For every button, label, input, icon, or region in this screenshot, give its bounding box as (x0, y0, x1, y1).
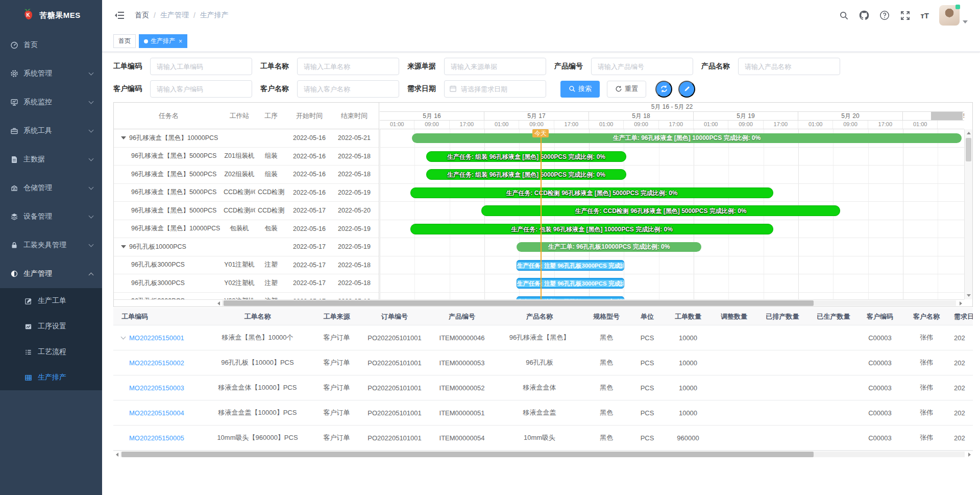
sidebar-item-label: 系统工具 (23, 126, 89, 135)
gantt-chart-area: 生产工单: 96孔移液盒 [黑色] 10000PCS 完成比例: 0%生产任务:… (380, 129, 964, 299)
edit-schedule-button[interactable] (678, 81, 695, 98)
gantt-bar-task[interactable]: 生产任务: 包装 96孔移液盒 [黑色] 10000PCS 完成比例: 0% (410, 224, 773, 234)
font-size-icon[interactable]: тT (920, 11, 929, 20)
sidebar-item-process-flow[interactable]: 工艺流程 (0, 339, 102, 365)
product-name-input[interactable] (739, 58, 840, 75)
gantt-grid-row[interactable]: 96孔移液盒【黑色】5000PCSCCD检测#01CCD检测2022-05-16… (114, 184, 379, 202)
work-order-link[interactable]: MO202205150004 (129, 409, 184, 417)
work-order-code-input[interactable] (151, 58, 252, 75)
table-cell-unit: PCS (629, 359, 665, 367)
gantt-grid-row[interactable]: 96孔移液盒【黑色】5000PCSZ02组装机组装2022-05-162022-… (114, 166, 379, 184)
gantt-grid-row[interactable]: 96孔移液盒【黑色】10000PCS2022-05-162022-05-21 (114, 129, 379, 148)
reset-button[interactable]: 重置 (607, 81, 646, 98)
fullscreen-icon[interactable] (900, 10, 910, 20)
caret-down-icon[interactable] (963, 20, 968, 23)
refresh-gantt-button[interactable] (655, 81, 672, 98)
gantt-grid-row[interactable]: 96孔移液盒【黑色】5000PCSCCD检测#02CCD检测2022-05-17… (114, 202, 379, 220)
tab-home[interactable]: 首页 (113, 34, 136, 48)
sidebar-item-home[interactable]: 首页 (0, 31, 102, 59)
table-horizontal-scrollbar[interactable] (113, 451, 973, 458)
breadcrumb-item[interactable]: 首页 (135, 11, 149, 20)
close-icon[interactable]: × (179, 38, 182, 45)
gantt-grid-row[interactable]: 96孔孔板10000PCS2022-05-172022-05-19 (114, 238, 379, 256)
help-icon[interactable] (879, 10, 890, 20)
scroll-up-icon[interactable] (965, 129, 972, 137)
table-row[interactable]: MO202205150003移液盒盒体【10000】PCS客户订单PO20220… (113, 375, 973, 400)
sidebar-item-monitor[interactable]: 系统监控 (0, 88, 102, 116)
gantt-grid-row[interactable]: 96孔孔板3000PCSY01注塑机注塑2022-05-172022-05-18 (114, 256, 379, 275)
table-cell-code: MO202205150002 (113, 359, 203, 367)
gantt-grid-row[interactable]: 96孔孔板3000PCSY02注塑机注塑2022-05-172022-05-18 (114, 274, 379, 293)
search-button[interactable]: 搜索 (560, 81, 600, 98)
filter-group-product-name: 产品名称 (701, 58, 840, 75)
user-menu[interactable] (939, 5, 968, 26)
main-area: 首页/生产管理/生产排产 тT 首页生产排产× 工单编码工单名称来源单据产品编号… (102, 0, 980, 495)
svg-text:K: K (27, 12, 31, 18)
table-row[interactable]: MO202205150001移液盒【黑色】10000个客户订单PO2022051… (113, 325, 973, 350)
expand-chevron-icon[interactable] (121, 335, 126, 340)
avatar[interactable] (939, 5, 960, 26)
table-row[interactable]: MO20220515000510mm吸头【960000】PCS客户订单PO202… (113, 426, 973, 451)
sidebar-item-fixture[interactable]: 工装夹具管理 (0, 231, 102, 260)
sidebar-item-warehouse[interactable]: 仓储管理 (0, 174, 102, 202)
table-row[interactable]: MO20220515000296孔孔板【10000】PCS客户订单PO20220… (113, 350, 973, 375)
sidebar-item-equipment[interactable]: 设备管理 (0, 202, 102, 231)
gantt-bar-parent[interactable]: 生产工单: 96孔移液盒 [黑色] 10000PCS 完成比例: 0% (412, 133, 962, 143)
sidebar-collapse-icon[interactable] (114, 10, 126, 21)
scroll-right-icon[interactable] (957, 300, 964, 307)
sidebar-item-scheduling[interactable]: 生产排产 (0, 365, 102, 390)
gantt-grid-row[interactable]: 96孔移液盒【黑色】5000PCSZ01组装机组装2022-05-162022-… (114, 148, 379, 166)
sidebar-item-system[interactable]: 系统管理 (0, 59, 102, 88)
sidebar-item-tools[interactable]: 系统工具 (0, 116, 102, 145)
sidebar-item-process-setting[interactable]: 工序设置 (0, 314, 102, 339)
gantt-bar-task[interactable]: 生产任务: CCD检测 96孔移液盒 [黑色] 5000PCS 完成比例: 0% (410, 187, 773, 198)
scroll-left-icon[interactable] (215, 300, 222, 307)
work-order-name-input[interactable] (298, 58, 399, 75)
work-order-link[interactable]: MO202205150003 (129, 384, 184, 392)
breadcrumb-item[interactable]: 生产管理 (160, 11, 189, 20)
customer-name-input[interactable] (298, 81, 399, 97)
collapse-triangle-icon[interactable] (121, 136, 126, 139)
work-order-link[interactable]: MO202205150005 (129, 434, 184, 442)
sidebar-item-master-data[interactable]: 主数据 (0, 145, 102, 174)
table-cell-product_code: ITEM00000053 (428, 359, 496, 367)
collapse-triangle-icon[interactable] (121, 245, 126, 248)
gantt-bar-task-blue[interactable]: 生产任务: 注塑 96孔孔板3000PCS 完成比例: 0% (517, 260, 624, 271)
table-cell-product_name: 移液盒盒盖 (496, 408, 583, 417)
github-icon[interactable] (859, 10, 869, 20)
sidebar-item-work-order[interactable]: 生产工单 (0, 288, 102, 314)
edit-square-icon (24, 297, 38, 305)
scrollbar-thumb[interactable] (224, 300, 814, 306)
gantt-grid-row[interactable]: 96孔移液盒【黑色】10000PCS包装机包装2022-05-162022-05… (114, 220, 379, 239)
filter-label: 需求日期 (407, 84, 439, 93)
table-column-header: 单位 (629, 312, 665, 321)
table-row[interactable]: MO202205150004移液盒盒盖【10000】PCS客户订单PO20220… (113, 400, 973, 426)
scroll-down-icon[interactable] (965, 292, 972, 299)
gantt-bar-task-blue[interactable]: 生产任务: 注塑 96孔孔板3000PCS 完成比例: 0% (517, 278, 624, 289)
gantt-bar-task[interactable]: 生产任务: 组装 96孔移液盒 [黑色] 5000PCS 完成比例: 0% (426, 151, 626, 162)
scrollbar-thumb[interactable] (966, 138, 971, 161)
source-doc-input[interactable] (445, 58, 546, 75)
gantt-horizontal-scrollbar[interactable] (114, 299, 964, 307)
gantt-bar-task[interactable]: 生产任务: 组装 96孔移液盒 [黑色] 5000PCS 完成比例: 0% (426, 169, 626, 180)
product-code-input[interactable] (592, 58, 693, 75)
gantt-bar-task[interactable]: 生产任务: CCD检测 96孔移液盒 [黑色] 5000PCS 完成比例: 0% (481, 205, 840, 216)
work-order-link[interactable]: MO202205150002 (129, 359, 184, 367)
gantt-start-cell: 2022-05-17 (287, 279, 332, 287)
due-date-input[interactable] (445, 81, 546, 97)
app-logo[interactable]: K 苦糖果MES (0, 0, 102, 31)
search-icon[interactable] (839, 10, 849, 20)
gantt-column-header: 工序 (255, 111, 287, 121)
gantt-vertical-scrollbar[interactable] (964, 129, 972, 299)
table-cell-qty: 10000 (665, 409, 711, 417)
gantt-bar-task-blue[interactable]: 生产任务: 注塑 96孔孔板3000PCS 完成比例: 0% (517, 296, 624, 300)
gantt-bar-parent[interactable]: 生产工单: 96孔孔板10000PCS 完成比例: 0% (517, 242, 701, 252)
work-order-link[interactable]: MO202205150001 (129, 334, 184, 342)
scroll-left-icon[interactable] (113, 451, 120, 458)
customer-code-input[interactable] (151, 81, 252, 97)
scrollbar-thumb[interactable] (121, 452, 814, 457)
sidebar-item-production[interactable]: 生产管理 (0, 260, 102, 288)
scroll-right-icon[interactable] (966, 451, 973, 458)
tab-production-scheduling[interactable]: 生产排产× (139, 34, 187, 48)
gantt-grid-row[interactable]: 96孔孔板3000PCSY03注塑机注塑2022-05-172022-05-18 (114, 293, 379, 300)
